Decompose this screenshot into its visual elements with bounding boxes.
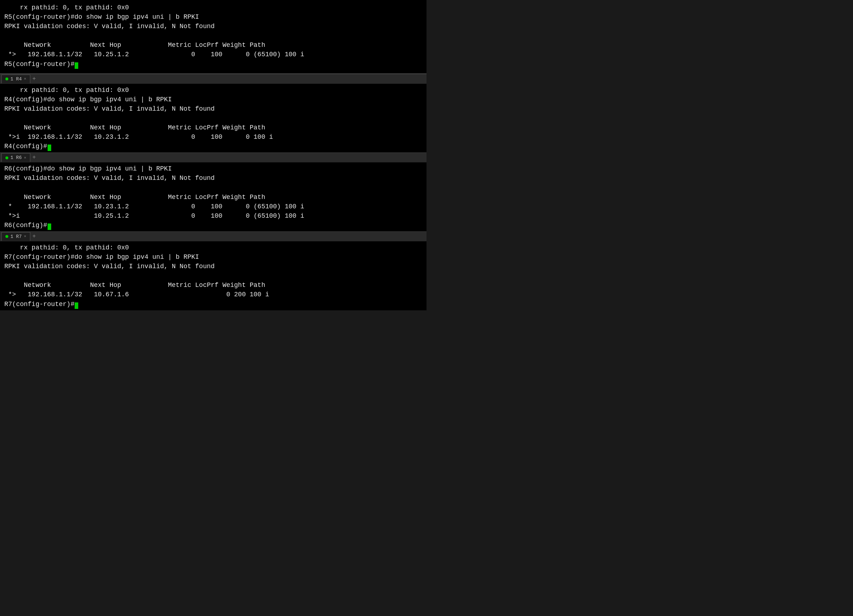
terminal-container: rx pathid: 0, tx pathid: 0x0 R5(config-r… — [0, 0, 426, 310]
terminal-section-top: rx pathid: 0, tx pathid: 0x0 R5(config-r… — [0, 0, 426, 74]
r7-line-6: R7(config-router)# — [5, 299, 422, 309]
line-6: R5(config-router)# — [5, 59, 422, 69]
tab-bar-r4: 1 R4 × + — [0, 74, 426, 84]
tab-r6[interactable]: 1 R6 × — [2, 153, 30, 162]
tab-dot-r4 — [5, 77, 8, 80]
r4-line-6: R4(config)# — [5, 142, 422, 151]
tab-dot-r7 — [5, 235, 8, 238]
r7-line-4: Network Next Hop Metric LocPrf Weight Pa… — [5, 281, 422, 290]
r4-line-4: Network Next Hop Metric LocPrf Weight Pa… — [5, 123, 422, 132]
cursor-r4 — [48, 144, 51, 151]
tab-add-r6[interactable]: + — [30, 154, 38, 161]
line-0: rx pathid: 0, tx pathid: 0x0 — [5, 3, 422, 12]
r6-line-1: RPKI validation codes: V valid, I invali… — [5, 173, 422, 183]
terminal-content-r7: rx pathid: 0, tx pathid: 0x0 R7(config-r… — [0, 241, 426, 310]
r4-line-1: R4(config)#do show ip bgp ipv4 uni | b R… — [5, 95, 422, 104]
tab-r7[interactable]: 1 R7 × — [2, 232, 30, 241]
r4-line-0: rx pathid: 0, tx pathid: 0x0 — [5, 85, 422, 95]
r7-line-5: *> 192.168.1.1/32 10.67.1.6 0 200 100 i — [5, 290, 422, 299]
tab-bar-r6: 1 R6 × + — [0, 152, 426, 162]
cursor-top — [74, 62, 78, 69]
tab-dot-r6 — [5, 156, 8, 159]
r6-line-5: *>i 10.25.1.2 0 100 0 (65100) 100 i — [5, 211, 422, 221]
r7-line-3 — [5, 271, 422, 281]
terminal-section-r4: 1 R4 × + rx pathid: 0, tx pathid: 0x0 R4… — [0, 74, 426, 153]
r6-line-0: R6(config)#do show ip bgp ipv4 uni | b R… — [5, 164, 422, 173]
tab-label-r6: 1 R6 — [11, 155, 22, 161]
terminal-section-r7: 1 R7 × + rx pathid: 0, tx pathid: 0x0 R7… — [0, 231, 426, 310]
tab-add-r7[interactable]: + — [30, 233, 38, 240]
tab-close-r4[interactable]: × — [24, 77, 26, 81]
terminal-content-r6: R6(config)#do show ip bgp ipv4 uni | b R… — [0, 162, 426, 231]
terminal-content-r4: rx pathid: 0, tx pathid: 0x0 R4(config)#… — [0, 84, 426, 153]
r6-line-2 — [5, 183, 422, 193]
r6-line-6: R6(config)# — [5, 221, 422, 230]
line-5: *> 192.168.1.1/32 10.25.1.2 0 100 0 (651… — [5, 50, 422, 59]
cursor-r6 — [48, 223, 51, 230]
r4-line-3 — [5, 114, 422, 123]
tab-close-r6[interactable]: × — [24, 156, 26, 160]
r7-line-0: rx pathid: 0, tx pathid: 0x0 — [5, 243, 422, 252]
terminal-section-r6: 1 R6 × + R6(config)#do show ip bgp ipv4 … — [0, 152, 426, 231]
r4-line-5: *>i 192.168.1.1/32 10.23.1.2 0 100 0 100… — [5, 132, 422, 142]
r4-line-2: RPKI validation codes: V valid, I invali… — [5, 104, 422, 114]
tab-bar-r7: 1 R7 × + — [0, 231, 426, 241]
cursor-r7 — [74, 302, 78, 309]
line-1: R5(config-router)#do show ip bgp ipv4 un… — [5, 12, 422, 22]
line-4: Network Next Hop Metric LocPrf Weight Pa… — [5, 40, 422, 50]
tab-add-r4[interactable]: + — [30, 76, 38, 82]
tab-r4[interactable]: 1 R4 × — [2, 74, 30, 83]
r6-line-3: Network Next Hop Metric LocPrf Weight Pa… — [5, 193, 422, 202]
terminal-content-top: rx pathid: 0, tx pathid: 0x0 R5(config-r… — [0, 2, 426, 70]
tab-close-r7[interactable]: × — [24, 234, 26, 238]
r7-line-1: R7(config-router)#do show ip bgp ipv4 un… — [5, 252, 422, 262]
line-3 — [5, 31, 422, 40]
tab-label-r7: 1 R7 — [11, 234, 22, 239]
r7-line-2: RPKI validation codes: V valid, I invali… — [5, 262, 422, 271]
tab-label-r4: 1 R4 — [11, 76, 22, 82]
r6-line-4: * 192.168.1.1/32 10.23.1.2 0 100 0 (6510… — [5, 202, 422, 211]
line-2: RPKI validation codes: V valid, I invali… — [5, 22, 422, 31]
